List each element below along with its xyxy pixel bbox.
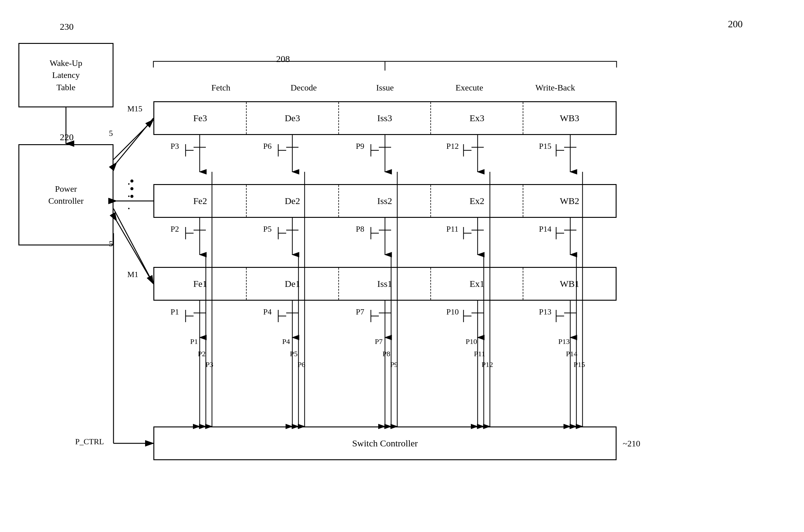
bottom-p9: P9 bbox=[390, 361, 398, 369]
ref-220: 220 bbox=[60, 132, 74, 142]
bottom-p1: P1 bbox=[190, 338, 198, 346]
svg-point-10 bbox=[130, 195, 133, 198]
ref-210: ~210 bbox=[623, 439, 640, 449]
header-issue: Issue bbox=[351, 83, 419, 93]
p-ctrl-label: P_CTRL bbox=[75, 437, 104, 446]
cell-iss2: Iss2 bbox=[339, 185, 431, 217]
bottom-p15: P15 bbox=[574, 361, 585, 369]
bottom-p4: P4 bbox=[282, 338, 290, 346]
label-p1-row1: P1 bbox=[171, 307, 179, 317]
switch-controller-box: Switch Controller bbox=[153, 426, 617, 460]
cell-de1: De1 bbox=[247, 268, 339, 300]
label-p3-row3: P3 bbox=[171, 142, 179, 151]
svg-point-8 bbox=[130, 179, 133, 183]
cell-wb1: WB1 bbox=[523, 268, 616, 300]
cell-de3: De3 bbox=[247, 102, 339, 134]
pipeline-row-2: Fe2 De2 Iss2 Ex2 WB2 bbox=[153, 184, 617, 218]
cell-wb2: WB2 bbox=[523, 185, 616, 217]
cell-fe3: Fe3 bbox=[154, 102, 247, 134]
label-p2-row2: P2 bbox=[171, 225, 179, 234]
label-p6-row3: P6 bbox=[263, 142, 271, 151]
label-p14-row2: P14 bbox=[539, 225, 551, 234]
wakeup-latency-table-box: Wake-UpLatencyTable bbox=[18, 43, 114, 107]
bottom-p2: P2 bbox=[198, 350, 206, 358]
bottom-p5: P5 bbox=[290, 350, 298, 358]
ref-200: 200 bbox=[728, 18, 743, 30]
pipeline-row-3: Fe3 De3 Iss3 Ex3 WB3 bbox=[153, 101, 617, 135]
label-p7-row1: P7 bbox=[356, 307, 364, 317]
cell-de2: De2 bbox=[247, 185, 339, 217]
bottom-p12: P12 bbox=[482, 361, 493, 369]
label-m1: M1 bbox=[127, 270, 138, 279]
header-decode: Decode bbox=[267, 83, 341, 93]
header-fetch: Fetch bbox=[183, 83, 259, 93]
ellipsis: ··· bbox=[127, 178, 130, 215]
bottom-p10: P10 bbox=[466, 338, 477, 346]
cell-ex1: Ex1 bbox=[431, 268, 523, 300]
cell-ex3: Ex3 bbox=[431, 102, 523, 134]
label-m15: M15 bbox=[127, 104, 142, 114]
svg-line-6 bbox=[114, 120, 153, 159]
ref-230: 230 bbox=[60, 21, 74, 32]
bottom-p11: P11 bbox=[474, 350, 485, 358]
label-bus-5-bottom: 5 bbox=[109, 239, 113, 248]
cell-fe1: Fe1 bbox=[154, 268, 247, 300]
label-p12-row3: P12 bbox=[446, 142, 459, 151]
bottom-p8: P8 bbox=[383, 350, 390, 358]
cell-iss3: Iss3 bbox=[339, 102, 431, 134]
svg-point-9 bbox=[130, 187, 133, 190]
header-execute: Execute bbox=[433, 83, 506, 93]
ref-208: 208 bbox=[276, 54, 290, 64]
label-p8-row2: P8 bbox=[356, 225, 364, 234]
cell-fe2: Fe2 bbox=[154, 185, 247, 217]
label-p4-row1: P4 bbox=[263, 307, 271, 317]
diagram: 200 230 Wake-UpLatencyTable 220 PowerCon… bbox=[0, 0, 804, 532]
label-p11-row2: P11 bbox=[446, 225, 459, 234]
svg-line-11 bbox=[117, 118, 153, 163]
label-p5-row2: P5 bbox=[263, 225, 271, 234]
label-p9-row3: P9 bbox=[356, 142, 364, 151]
power-controller-box: PowerController bbox=[18, 144, 114, 245]
label-p13-row1: P13 bbox=[539, 307, 551, 317]
label-p15-row3: P15 bbox=[539, 142, 551, 151]
cell-ex2: Ex2 bbox=[431, 185, 523, 217]
bottom-p7: P7 bbox=[375, 338, 383, 346]
label-bus-5-top: 5 bbox=[109, 129, 113, 138]
pipeline-row-1: Fe1 De1 Iss1 Ex1 WB1 bbox=[153, 267, 617, 301]
bottom-p14: P14 bbox=[566, 350, 577, 358]
bottom-p6: P6 bbox=[298, 361, 305, 369]
cell-iss1: Iss1 bbox=[339, 268, 431, 300]
bottom-p3: P3 bbox=[206, 361, 213, 369]
label-p10-row1: P10 bbox=[446, 307, 459, 317]
cell-wb3: WB3 bbox=[523, 102, 616, 134]
header-writeback: Write-Back bbox=[515, 83, 595, 93]
bottom-p13: P13 bbox=[558, 338, 570, 346]
